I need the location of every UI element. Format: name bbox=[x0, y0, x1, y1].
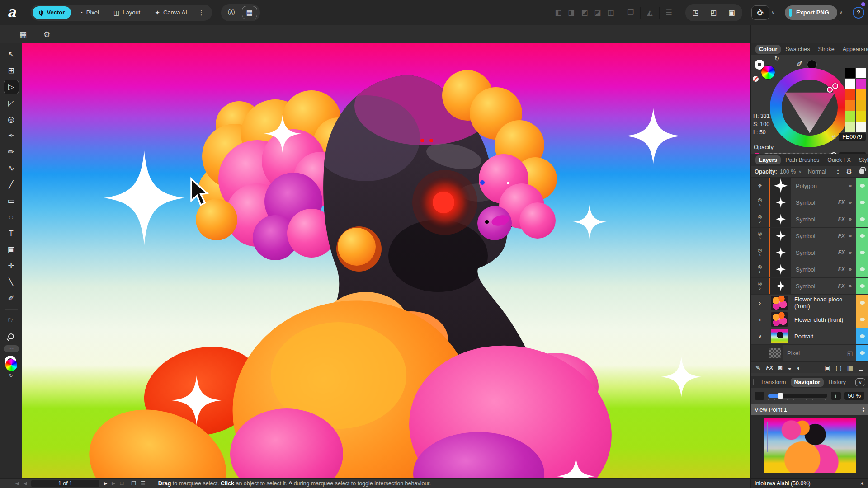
layer-visibility-toggle[interactable] bbox=[856, 194, 868, 211]
export-png-button[interactable]: Export PNG bbox=[785, 5, 837, 20]
eyedropper-icon[interactable]: ✐ bbox=[796, 60, 802, 69]
add-pixel-layer-icon[interactable]: ▣ bbox=[824, 364, 830, 371]
tab-colour[interactable]: Colour bbox=[755, 45, 781, 54]
layer-name[interactable]: Symbol bbox=[791, 194, 838, 211]
measure-tool[interactable]: ╲ bbox=[4, 275, 19, 290]
place-image-tool[interactable]: ▣ bbox=[4, 242, 19, 257]
colour-picker-tool[interactable]: ✐ bbox=[4, 291, 19, 306]
page-file-icon[interactable]: ▤ bbox=[120, 481, 124, 486]
layer-thumbnail[interactable] bbox=[771, 296, 788, 310]
layer-row-symbol[interactable]: ◎› Symbol FX⚭ bbox=[751, 261, 868, 278]
layer-visibility-toggle[interactable] bbox=[856, 228, 868, 244]
no-fill-swatch[interactable] bbox=[753, 76, 759, 82]
tab-appearance[interactable]: Appearance bbox=[839, 45, 868, 54]
next-page-icon[interactable]: ▶ bbox=[104, 481, 107, 486]
pen-tool[interactable]: ✒ bbox=[4, 128, 19, 143]
layer-visibility-toggle[interactable] bbox=[856, 244, 868, 261]
node-add-tool[interactable]: ✛ bbox=[4, 258, 19, 273]
saturation-handle[interactable] bbox=[827, 87, 833, 93]
corner-tool[interactable]: ◸ bbox=[4, 96, 19, 111]
layer-visibility-toggle[interactable] bbox=[856, 345, 868, 361]
boolean-combine-icon[interactable]: ◫ bbox=[608, 8, 614, 17]
live-filter-icon[interactable]: ◐ bbox=[797, 364, 801, 371]
vector-brush-tool[interactable]: ∿ bbox=[4, 161, 19, 176]
view-hand-tool[interactable]: ☞ bbox=[4, 313, 19, 328]
layer-thumbnail[interactable] bbox=[770, 228, 791, 244]
expand-chevron-icon[interactable]: › bbox=[759, 219, 761, 224]
swap-fill-stroke-icon[interactable]: ↻ bbox=[774, 55, 779, 62]
layer-thumbnail[interactable] bbox=[771, 312, 788, 327]
layer-row-symbol[interactable]: ◎› Symbol FX⚭ bbox=[751, 228, 868, 244]
adjustment-icon[interactable]: ◒ bbox=[788, 364, 792, 371]
layer-row-flower-head-piece[interactable]: › Flower head piece (front) bbox=[751, 295, 868, 311]
blend-mode-select[interactable]: Normal bbox=[808, 169, 826, 175]
layer-row-symbol[interactable]: ◎› Symbol FX⚭ bbox=[751, 211, 868, 228]
layer-visibility-toggle[interactable] bbox=[856, 295, 868, 311]
tab-styles[interactable]: Styles bbox=[855, 155, 868, 164]
zoom-value[interactable]: 50 % bbox=[844, 392, 865, 400]
layer-thumbnail[interactable] bbox=[770, 261, 791, 277]
page-list-icon[interactable]: ☰ bbox=[141, 480, 146, 487]
tab-path-brushes[interactable]: Path Brushes bbox=[782, 155, 823, 164]
fill-stroke-selector[interactable] bbox=[755, 59, 782, 82]
layer-opacity-value[interactable]: 100 % bbox=[780, 169, 796, 175]
pencil-tool[interactable]: ✏ bbox=[4, 145, 19, 160]
layer-name[interactable]: Portrait bbox=[790, 328, 856, 344]
layer-row-portrait[interactable]: ∨ Portrait bbox=[751, 328, 868, 345]
more-tools-button[interactable]: ⋯ bbox=[4, 345, 19, 352]
blend-stepper[interactable]: ▴▾ bbox=[837, 169, 839, 175]
flip-icon[interactable]: ◭ bbox=[647, 8, 652, 17]
tab-transform[interactable]: Transform bbox=[757, 378, 790, 387]
swap-colours-icon[interactable]: ↻ bbox=[9, 373, 13, 378]
fx-badge[interactable]: FX bbox=[838, 266, 845, 272]
fill-swatch[interactable] bbox=[761, 65, 775, 80]
layer-visibility-toggle[interactable] bbox=[856, 211, 868, 227]
insert-on-top-icon[interactable]: ◰ bbox=[706, 6, 722, 19]
layer-row-pixel[interactable]: Pixel ◱ bbox=[751, 345, 868, 361]
boolean-subtract-icon[interactable]: ◨ bbox=[568, 8, 575, 17]
layer-name[interactable]: Symbol bbox=[791, 211, 838, 227]
select-box-icon[interactable]: ▣ bbox=[724, 6, 740, 19]
delete-layer-icon[interactable] bbox=[859, 365, 863, 371]
help-button[interactable]: ? bbox=[853, 7, 864, 19]
insert-inside-icon[interactable]: ◳ bbox=[688, 6, 703, 19]
layer-thumbnail[interactable] bbox=[770, 278, 791, 294]
edit-layer-icon[interactable]: ✎ bbox=[755, 364, 761, 371]
tab-layers[interactable]: Layers bbox=[755, 155, 781, 164]
artboard-tool[interactable]: ⊞ bbox=[4, 63, 19, 78]
layer-thumbnail[interactable] bbox=[770, 211, 791, 227]
gradient-tool[interactable]: ╱ bbox=[4, 177, 19, 192]
layer-thumbnail[interactable] bbox=[770, 178, 791, 194]
checkerboard-icon[interactable]: ▦ bbox=[847, 364, 853, 371]
navigator-view-rectangle[interactable] bbox=[767, 422, 851, 452]
snapping-magnet-button[interactable]: Ω bbox=[751, 5, 769, 20]
boolean-add-icon[interactable]: ◧ bbox=[555, 8, 561, 17]
character-badge-button[interactable]: Ⓐ bbox=[224, 6, 239, 19]
align-icon[interactable]: ☰ bbox=[666, 8, 672, 17]
page-indicator[interactable]: 1 of 1 bbox=[31, 480, 99, 487]
zoom-tool[interactable] bbox=[4, 329, 19, 344]
lock-icon[interactable] bbox=[859, 169, 864, 174]
fx-badge[interactable]: FX bbox=[838, 199, 845, 206]
persona-vector[interactable]: ψ Vector bbox=[33, 6, 71, 19]
tab-quick-fx[interactable]: Quick FX bbox=[824, 155, 854, 164]
expand-chevron-icon[interactable]: › bbox=[759, 253, 761, 258]
layer-settings-gear-icon[interactable]: ⚙ bbox=[846, 168, 852, 176]
layer-name[interactable]: Symbol bbox=[791, 261, 838, 277]
layer-row-flower-cloth[interactable]: › Flower cloth (front) bbox=[751, 311, 868, 328]
tab-swatches[interactable]: Swatches bbox=[782, 45, 813, 54]
layer-thumbnail[interactable] bbox=[770, 244, 791, 261]
previous-page-icon[interactable]: ◀ bbox=[24, 481, 27, 486]
tab-history[interactable]: History bbox=[825, 378, 849, 387]
collapse-chevron-icon[interactable]: ∨ bbox=[758, 334, 762, 339]
hex-input[interactable]: FE0079 bbox=[839, 133, 866, 141]
grid-toggle-button[interactable]: ▦ bbox=[242, 6, 257, 19]
first-page-icon[interactable]: ◀ bbox=[15, 481, 19, 486]
zoom-in-button[interactable]: + bbox=[831, 392, 841, 400]
hue-handle[interactable] bbox=[832, 83, 838, 89]
layer-name[interactable]: Symbol bbox=[791, 278, 838, 294]
layer-row-symbol[interactable]: ◎› Symbol FX⚭ bbox=[751, 194, 868, 211]
expand-chevron-icon[interactable]: › bbox=[759, 286, 761, 291]
vector-crop-tool[interactable]: ◌ bbox=[4, 210, 19, 225]
point-transform-tool[interactable]: ◎ bbox=[4, 112, 19, 127]
